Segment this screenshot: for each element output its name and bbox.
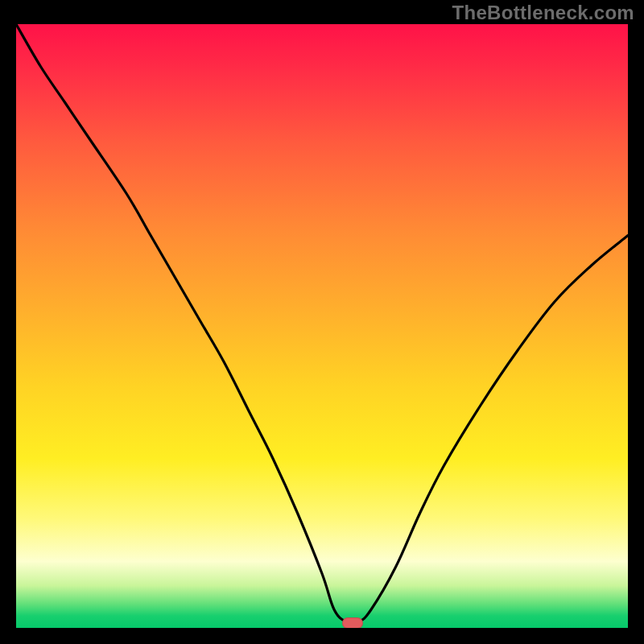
optimal-marker xyxy=(342,617,363,628)
plot-area xyxy=(16,24,628,628)
watermark-text: TheBottleneck.com xyxy=(452,2,634,24)
chart-frame: TheBottleneck.com xyxy=(0,0,644,644)
bottleneck-curve xyxy=(16,24,628,628)
